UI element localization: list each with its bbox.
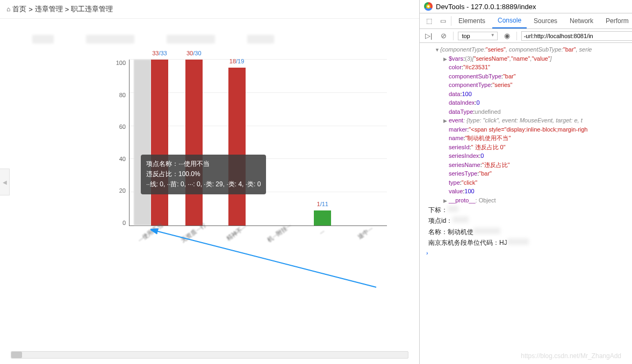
console-property[interactable]: seriesId: " 违反占比 0" <box>424 143 632 152</box>
console-property[interactable]: componentSubType: "bar" <box>424 72 632 81</box>
y-tick: 40 <box>113 156 126 162</box>
console-property[interactable]: seriesType: "bar" <box>424 169 632 178</box>
bar-group[interactable]: 1/11 <box>301 60 344 225</box>
bar-secondary[interactable] <box>134 60 151 225</box>
bar-value-label: 33/33 <box>152 50 167 56</box>
console-property[interactable]: dataIndex: 0 <box>424 98 632 107</box>
tooltip-val: ···使用不当 <box>178 160 210 168</box>
watermark: https://blog.csdn.net/Mr_ZhangAdd <box>521 352 621 360</box>
console-property[interactable]: dataType: undefined <box>424 107 632 117</box>
horizontal-scrollbar[interactable] <box>11 351 408 359</box>
main-pane: ⌂ 首页 > 违章管理 > 职工违章管理 100 80 60 40 20 0 3… <box>0 0 419 364</box>
console-property[interactable]: seriesName: "违反占比" <box>424 161 632 170</box>
filter-row <box>0 19 419 54</box>
eye-icon[interactable]: ◉ <box>502 31 512 41</box>
console-property[interactable]: color: "#c23531" <box>424 63 632 72</box>
y-tick: 100 <box>113 60 126 66</box>
home-icon[interactable]: ⌂ <box>6 5 10 13</box>
bar-value-label: 1/11 <box>317 201 328 207</box>
bar-primary[interactable]: 18/19 <box>228 68 246 225</box>
y-tick: 80 <box>113 92 126 98</box>
bar-group[interactable]: 18/19 <box>216 60 258 225</box>
filter-input[interactable]: -url:http://localhost:8081/in <box>521 31 632 41</box>
bar-value-label: 30/30 <box>186 50 202 56</box>
breadcrumb-sep: > <box>28 5 33 13</box>
console-output[interactable]: ▼ {componentType: "series", componentSub… <box>420 43 632 259</box>
console-property[interactable]: data: 100 <box>424 90 632 99</box>
tab-elements[interactable]: Elements <box>453 14 491 28</box>
devtools-title: DevTools - 127.0.0.1:8889/index <box>436 3 536 11</box>
tooltip-val: 100.0% <box>178 170 200 178</box>
devtools-tabs: ⬚ ▭ Elements Console Sources Network Per… <box>420 13 632 29</box>
bar-value-label: 18/19 <box>229 58 245 64</box>
console-property[interactable]: value: 100 <box>424 187 632 196</box>
device-icon[interactable]: ▭ <box>437 14 449 28</box>
bar-group[interactable]: 30/30 <box>173 60 216 225</box>
tab-console[interactable]: Console <box>492 13 527 28</box>
bar-group[interactable] <box>344 60 387 225</box>
y-axis: 100 80 60 40 20 0 <box>113 60 126 226</box>
breadcrumb-home[interactable]: 首页 <box>12 4 26 14</box>
console-toolbar: ▷| ⊘ top ◉ -url:http://localhost:8081/in <box>420 29 632 43</box>
tooltip-key: 违反占比： <box>146 170 178 178</box>
bar-primary[interactable]: 33/33 <box>151 60 168 225</box>
x-axis-labels: ···使用不当无资质···行精神不···机···附挂······途中··· <box>129 229 387 237</box>
console-property[interactable]: seriesIndex: 0 <box>424 151 632 161</box>
redacted-label <box>167 35 215 43</box>
tab-network[interactable]: Network <box>564 14 599 28</box>
scrollbar-thumb[interactable] <box>11 352 22 358</box>
y-tick: 0 <box>113 220 126 226</box>
redacted-label <box>32 35 54 43</box>
bar-group[interactable] <box>258 60 301 225</box>
play-icon[interactable]: ▷| <box>423 31 434 41</box>
tooltip-key: 项点名称： <box>146 160 178 168</box>
bar-primary[interactable]: 30/30 <box>185 60 203 225</box>
console-property[interactable]: name: "制动机使用不当" <box>424 134 632 143</box>
sidebar-expand-handle[interactable]: ◀ <box>0 169 10 195</box>
chrome-icon <box>424 2 433 11</box>
tab-performance[interactable]: Perform <box>600 14 632 28</box>
redacted-label <box>86 35 134 43</box>
y-tick: 20 <box>113 187 126 194</box>
console-prompt[interactable]: › <box>424 249 632 258</box>
inspect-icon[interactable]: ⬚ <box>423 14 435 28</box>
devtools-titlebar: DevTools - 127.0.0.1:8889/index <box>420 0 632 13</box>
plot-area[interactable]: 33/3330/3018/191/11 <box>129 60 387 226</box>
console-property[interactable]: componentType: "series" <box>424 81 632 90</box>
y-tick: 60 <box>113 123 126 130</box>
breadcrumb-sep: > <box>65 5 69 13</box>
clear-icon[interactable]: ⊘ <box>439 31 449 41</box>
tab-sources[interactable]: Sources <box>528 14 563 28</box>
breadcrumb-l2[interactable]: 职工违章管理 <box>71 4 113 14</box>
devtools-panel: DevTools - 127.0.0.1:8889/index ⬚ ▭ Elem… <box>419 0 632 364</box>
chart-tooltip: 项点名称：···使用不当 违反占比：100.0% ··线: 0, ··苗: 0,… <box>141 155 266 194</box>
context-select[interactable]: top <box>458 32 497 40</box>
redacted-label <box>247 35 274 43</box>
breadcrumb-l1[interactable]: 违章管理 <box>35 4 63 14</box>
tooltip-detail: ··线: 0, ··苗: 0, ···: 0, ·类: 29, ·类: 4, ·… <box>146 179 261 190</box>
console-property[interactable]: type: "click" <box>424 178 632 187</box>
breadcrumb: ⌂ 首页 > 违章管理 > 职工违章管理 <box>0 0 419 19</box>
bar-group[interactable]: 33/33 <box>130 60 173 225</box>
